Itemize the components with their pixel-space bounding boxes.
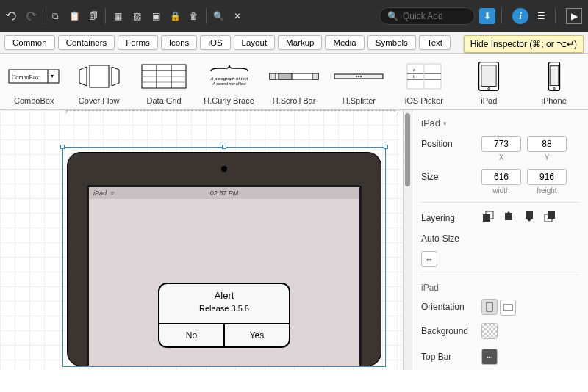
comp-hscrollbar[interactable]: H.Scroll Bar — [266, 61, 322, 105]
chevron-down-icon: ▾ — [443, 120, 447, 127]
alert-dialog[interactable]: Alert Release 3.5.6 No Yes — [158, 283, 290, 348]
alert-title: Alert — [159, 284, 289, 304]
svg-text:a: a — [413, 68, 415, 72]
bring-front-icon[interactable] — [543, 210, 556, 223]
selection-width-ruler — [66, 110, 395, 114]
iphone-thumb — [528, 61, 580, 92]
svg-point-18 — [358, 76, 359, 77]
paste-icon[interactable]: 📋 — [68, 10, 80, 22]
hide-inspector-tooltip: Hide Inspector (⌘; or ⌥↵) — [464, 35, 584, 53]
position-y-sub: Y — [545, 153, 550, 161]
toolbar-divider — [206, 8, 207, 24]
comp-coverflow[interactable]: Cover Flow — [71, 61, 126, 105]
alert-yes-button[interactable]: Yes — [225, 324, 289, 346]
tab-text[interactable]: Text — [419, 35, 451, 50]
bring-front-icon[interactable]: ▣ — [150, 10, 162, 22]
canvas[interactable]: iPad ᯤ 02:57 PM Alert Release 3.5.6 No Y… — [0, 110, 403, 370]
trash-icon[interactable]: 🗑 — [188, 10, 200, 22]
orientation-landscape-button[interactable] — [500, 300, 516, 316]
settings-icon[interactable]: ✕ — [232, 10, 243, 22]
zoom-icon[interactable]: 🔍 — [212, 10, 224, 22]
status-bar: iPad ᯤ 02:57 PM — [89, 187, 359, 199]
topbar-style-button[interactable]: ▪▪▫ — [481, 349, 498, 365]
tab-forms[interactable]: Forms — [118, 35, 158, 50]
position-y-input[interactable] — [527, 136, 567, 152]
resize-handle-tl[interactable] — [60, 145, 65, 149]
send-back-icon[interactable] — [523, 210, 536, 223]
copy-icon[interactable]: ⧉ — [49, 10, 61, 22]
ipad-mockup[interactable]: iPad ᯤ 02:57 PM Alert Release 3.5.6 No Y… — [68, 153, 381, 366]
tab-containers[interactable]: Containers — [58, 35, 115, 50]
inspector-header[interactable]: iPad ▾ — [421, 117, 579, 128]
comp-combobox[interactable]: ComboBox ComboBox — [6, 61, 62, 105]
toolbar-divider — [555, 8, 556, 24]
wifi-icon: ᯤ — [110, 189, 116, 197]
tab-icons[interactable]: Icons — [161, 35, 198, 50]
autosize-horizontal-button[interactable]: ↔ — [421, 251, 437, 267]
resize-handle-tm[interactable] — [222, 145, 226, 149]
svg-rect-13 — [270, 73, 276, 79]
svg-rect-27 — [481, 65, 496, 87]
lock-icon[interactable]: 🔒 — [169, 10, 181, 22]
comp-iospicker[interactable]: ab iOS Picker — [396, 61, 452, 105]
comp-label: iPad — [481, 96, 497, 105]
clipboard-icon[interactable]: 🗐 — [87, 10, 99, 22]
tab-markup[interactable]: Markup — [278, 35, 322, 50]
svg-rect-34 — [505, 213, 512, 220]
play-icon[interactable]: ▶ — [566, 8, 582, 24]
hscrollbar-thumb — [268, 61, 320, 92]
comp-hsplitter[interactable]: H.Splitter — [331, 61, 387, 105]
svg-rect-38 — [487, 302, 492, 311]
orientation-portrait-button[interactable] — [481, 299, 498, 315]
tab-media[interactable]: Media — [325, 35, 364, 50]
comp-datagrid[interactable]: Data Grid — [136, 61, 192, 105]
size-width-input[interactable] — [481, 169, 521, 185]
tab-symbols[interactable]: Symbols — [368, 35, 416, 50]
bring-forward-icon[interactable] — [481, 210, 495, 223]
top-toolbar: ⧉ 📋 🗐 ▦ ▨ ▣ 🔒 🗑 🔍 ✕ 🔍 ⬇ i ☰ ▶ — [0, 0, 588, 32]
comp-label: ComboBox — [14, 96, 54, 105]
resize-handle-tr[interactable] — [384, 145, 388, 149]
quick-add-input[interactable] — [403, 11, 469, 21]
iospicker-thumb: ab — [398, 61, 450, 92]
ipad-screen: iPad ᯤ 02:57 PM Alert Release 3.5.6 No Y… — [89, 187, 359, 366]
alert-no-button[interactable]: No — [159, 324, 225, 346]
toolbar-divider — [43, 8, 43, 24]
hcurlybrace-thumb: A paragraph of textA second row of text — [204, 61, 255, 92]
comp-hcurlybrace[interactable]: A paragraph of textA second row of text … — [201, 61, 257, 105]
hsplitter-thumb — [333, 61, 384, 92]
comp-ipad[interactable]: iPad — [461, 61, 517, 105]
tab-ios[interactable]: iOS — [200, 35, 230, 50]
svg-rect-3 — [90, 65, 109, 87]
size-height-input[interactable] — [527, 169, 567, 185]
redo-icon[interactable] — [25, 10, 37, 22]
scrollbar-thumb[interactable] — [405, 113, 410, 186]
tab-common[interactable]: Common — [4, 35, 55, 50]
svg-rect-15 — [279, 73, 292, 79]
inspector-divider — [421, 202, 579, 203]
comp-label: H.Curly Brace — [204, 96, 254, 105]
svg-text:A second row of text: A second row of text — [212, 81, 246, 86]
alert-message: Release 3.5.6 — [159, 304, 289, 323]
tab-layout[interactable]: Layout — [234, 35, 276, 50]
background-swatch[interactable] — [481, 323, 498, 339]
svg-text:b: b — [413, 74, 415, 79]
position-x-sub: X — [499, 153, 504, 161]
device-label: iPad — [93, 189, 107, 197]
svg-rect-14 — [312, 73, 318, 79]
undo-icon[interactable] — [6, 10, 18, 22]
group-icon[interactable]: ▦ — [112, 10, 123, 22]
position-x-input[interactable] — [481, 136, 521, 152]
datagrid-thumb — [138, 61, 190, 92]
device-section-label: iPad — [421, 283, 579, 293]
quick-add-search[interactable]: 🔍 — [379, 7, 475, 25]
list-icon[interactable]: ☰ — [533, 8, 549, 24]
svg-point-17 — [356, 76, 357, 77]
send-backward-icon[interactable] — [502, 210, 515, 223]
canvas-scrollbar[interactable] — [403, 110, 412, 370]
comp-iphone[interactable]: iPhone — [526, 61, 582, 105]
main-area: iPad ᯤ 02:57 PM Alert Release 3.5.6 No Y… — [0, 110, 588, 370]
ungroup-icon[interactable]: ▨ — [131, 10, 143, 22]
inbox-icon[interactable]: ⬇ — [479, 8, 495, 24]
info-icon[interactable]: i — [512, 8, 528, 24]
